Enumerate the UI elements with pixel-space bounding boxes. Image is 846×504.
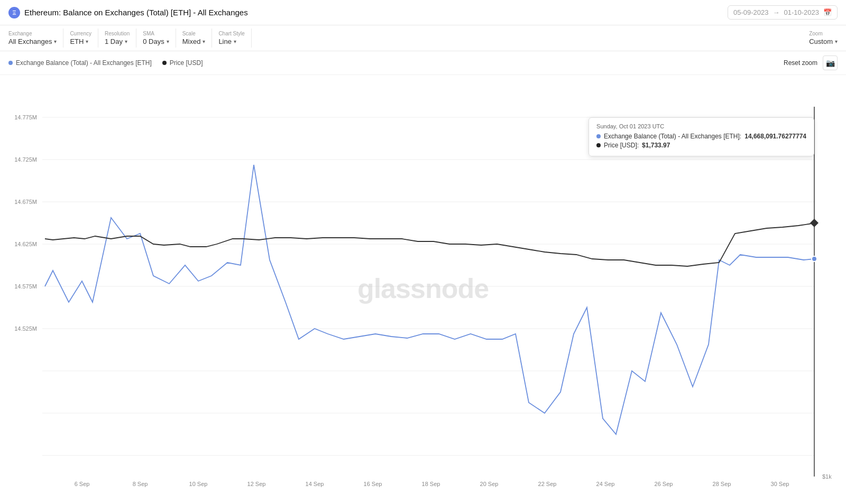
scale-filter[interactable]: Scale Mixed: [176, 29, 213, 48]
screenshot-button[interactable]: 📷: [823, 55, 838, 70]
reset-zoom-button[interactable]: Reset zoom: [784, 59, 817, 67]
svg-text:14 Sep: 14 Sep: [306, 481, 324, 487]
scale-label: Scale: [182, 31, 206, 36]
svg-point-30: [812, 256, 817, 262]
svg-text:10 Sep: 10 Sep: [189, 481, 208, 487]
svg-text:28 Sep: 28 Sep: [713, 481, 731, 487]
page-title: Ethereum: Balance on Exchanges (Total) […: [24, 8, 248, 17]
svg-text:16 Sep: 16 Sep: [364, 481, 382, 487]
chart-style-label: Chart Style: [218, 31, 244, 36]
svg-text:6 Sep: 6 Sep: [75, 481, 90, 487]
svg-text:14.675M: 14.675M: [14, 199, 37, 205]
currency-filter[interactable]: Currency ETH: [63, 29, 98, 48]
date-range[interactable]: 05-09-2023 → 01-10-2023 📅: [728, 5, 838, 20]
legend-items: Exchange Balance (Total) - All Exchanges…: [8, 59, 203, 67]
legend-actions: Reset zoom 📷: [784, 55, 838, 70]
svg-text:$1k: $1k: [822, 473, 832, 480]
legend-dot-price: [162, 61, 167, 65]
sma-value: 0 Days: [143, 38, 169, 45]
resolution-label: Resolution: [105, 31, 130, 36]
exchange-filter[interactable]: Exchange All Exchanges: [8, 29, 63, 48]
toolbar: Exchange All Exchanges Currency ETH Reso…: [0, 25, 846, 51]
svg-text:8 Sep: 8 Sep: [133, 481, 148, 487]
header-left: Ξ Ethereum: Balance on Exchanges (Total)…: [8, 7, 248, 18]
legend-label-price: Price [USD]: [170, 59, 203, 67]
date-start: 05-09-2023: [733, 8, 769, 16]
zoom-value: Custom: [809, 38, 838, 45]
svg-text:12 Sep: 12 Sep: [247, 481, 266, 487]
svg-text:14.775M: 14.775M: [14, 114, 37, 120]
date-separator: →: [773, 8, 780, 16]
resolution-filter[interactable]: Resolution 1 Day: [98, 29, 136, 48]
sma-label: SMA: [143, 31, 169, 36]
date-end: 01-10-2023: [784, 8, 820, 16]
legend-item-price: Price [USD]: [162, 59, 203, 67]
svg-text:26 Sep: 26 Sep: [655, 481, 673, 487]
svg-marker-31: [810, 219, 819, 227]
svg-text:22 Sep: 22 Sep: [538, 481, 557, 487]
zoom-filter[interactable]: Zoom Custom: [803, 29, 838, 48]
currency-value: ETH: [70, 38, 91, 45]
header: Ξ Ethereum: Balance on Exchanges (Total)…: [0, 0, 846, 25]
chart-container: 14.775M 14.725M 14.675M 14.625M 14.575M …: [0, 75, 846, 502]
exchange-label: Exchange: [8, 31, 57, 36]
svg-text:14.575M: 14.575M: [14, 283, 37, 290]
svg-text:18 Sep: 18 Sep: [422, 481, 440, 487]
chart-style-filter[interactable]: Chart Style Line: [212, 29, 251, 48]
chart-svg: 14.775M 14.725M 14.675M 14.625M 14.575M …: [0, 75, 846, 502]
legend-item-balance: Exchange Balance (Total) - All Exchanges…: [8, 59, 152, 67]
legend: Exchange Balance (Total) - All Exchanges…: [0, 51, 846, 75]
calendar-icon: 📅: [823, 8, 832, 16]
svg-text:14.525M: 14.525M: [14, 325, 37, 332]
chart-style-value: Line: [218, 38, 244, 45]
svg-text:24 Sep: 24 Sep: [596, 481, 615, 487]
legend-label-balance: Exchange Balance (Total) - All Exchanges…: [16, 59, 152, 67]
eth-icon: Ξ: [8, 7, 20, 18]
exchange-value: All Exchanges: [8, 38, 57, 45]
svg-text:14.725M: 14.725M: [14, 156, 37, 163]
scale-value: Mixed: [182, 38, 206, 45]
svg-text:14.625M: 14.625M: [14, 241, 37, 247]
legend-dot-balance: [8, 61, 13, 65]
svg-text:30 Sep: 30 Sep: [771, 481, 789, 487]
currency-label: Currency: [70, 31, 91, 36]
sma-filter[interactable]: SMA 0 Days: [136, 29, 176, 48]
svg-text:20 Sep: 20 Sep: [480, 481, 499, 487]
zoom-label: Zoom: [809, 31, 838, 36]
resolution-value: 1 Day: [105, 38, 130, 45]
